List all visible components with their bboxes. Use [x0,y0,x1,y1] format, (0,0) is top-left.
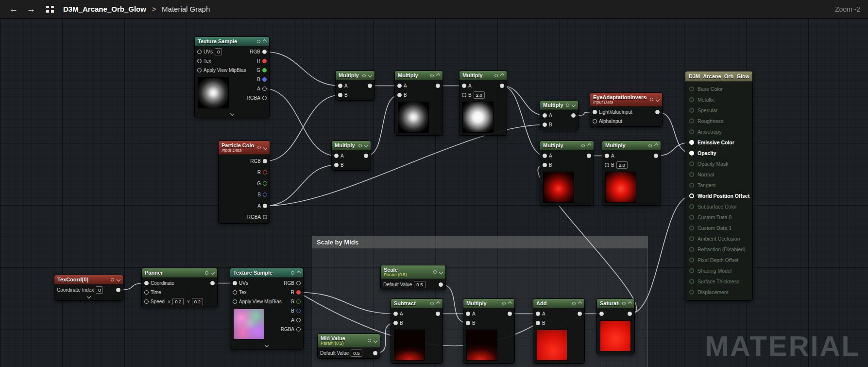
value-box[interactable]: 0.5 [414,281,425,288]
settings-icon[interactable] [205,271,208,275]
value-box[interactable]: 0.2 [192,298,203,305]
output-pin-b[interactable] [296,309,301,313]
material-pin-tangent[interactable]: Tangent [685,180,752,191]
output-pin-out[interactable] [368,84,372,88]
input-pin-alphainput[interactable] [593,119,597,123]
output-pin-out[interactable] [373,351,377,355]
pin-ring[interactable] [689,193,694,198]
output-pin-out[interactable] [116,288,120,292]
pin-ring[interactable] [689,151,694,156]
collapse-chevron-icon[interactable] [374,338,377,342]
input-pin-uvs[interactable] [197,50,202,54]
input-pin-b[interactable] [462,93,466,97]
output-pin-out[interactable] [628,312,632,316]
material-pin-metallic[interactable]: Metallic [685,94,752,105]
settings-icon[interactable] [572,302,576,305]
node-multmid[interactable]: MultiplyAB [331,140,371,171]
material-pin-specular[interactable]: Specular [685,105,752,116]
comment-title[interactable]: Scale by Mids [312,236,647,248]
pin-ring[interactable] [689,215,694,220]
pin-ring[interactable] [689,290,694,295]
pin-ring[interactable] [689,129,694,134]
node-panner[interactable]: PannerCoordinateTimeSpeedX0.2Y0.2 [141,268,218,307]
pin-ring[interactable] [689,183,694,188]
value-box[interactable]: 2.0 [616,161,628,169]
output-pin-b[interactable] [262,77,267,82]
expand-chevron-icon[interactable] [230,112,234,116]
settings-icon[interactable] [494,74,498,77]
collapse-chevron-icon[interactable] [436,73,440,77]
value-box[interactable]: 2.0 [474,91,485,99]
collapse-chevron-icon[interactable] [578,301,582,305]
input-pin-a[interactable] [536,312,540,316]
output-pin-g[interactable] [263,181,267,186]
output-pin-out[interactable] [210,281,215,285]
back-button[interactable]: ← [8,4,19,15]
settings-icon[interactable] [622,302,626,305]
node-add[interactable]: AddAB [533,298,585,364]
output-pin-a[interactable] [263,204,267,208]
output-pin-out[interactable] [439,282,443,287]
output-pin-rgba[interactable] [263,215,267,219]
material-pin-pixeldepthoffset[interactable]: Pixel Depth Offset [685,255,752,265]
settings-icon[interactable] [111,278,114,281]
input-pin-speed[interactable] [144,299,149,304]
pin-ring[interactable] [689,258,694,262]
settings-icon[interactable] [433,270,437,274]
material-pin-surfacethickness[interactable]: Surface Thickness [685,276,752,287]
settings-icon[interactable] [257,146,261,149]
output-pin-b[interactable] [263,192,267,197]
value-box[interactable]: 0.5 [351,350,362,357]
node-mid[interactable]: Mid ValueParam (0.5)Default Value0.5 [317,333,380,359]
value-box[interactable]: 0 [215,48,222,55]
output-pin-r[interactable] [263,170,267,175]
node-eye[interactable]: EyeAdaptationInverseInput DataLightValue… [590,92,663,127]
output-pin-out[interactable] [571,113,576,118]
input-pin-a[interactable] [393,312,398,316]
node-multc[interactable]: MultiplyAB2.0 [459,70,507,136]
pin-ring[interactable] [689,279,694,284]
input-pin-b[interactable] [397,93,402,97]
output-pin-out[interactable] [655,110,660,114]
output-pin-a[interactable] [296,318,301,322]
node-multa[interactable]: MultiplyAB [335,70,375,101]
input-pin-a[interactable] [334,154,339,158]
collapse-chevron-icon[interactable] [368,73,372,77]
input-pin-b[interactable] [334,163,339,167]
node-saturate[interactable]: Saturate [596,298,635,354]
output-pin-rgba[interactable] [296,327,301,332]
collapse-chevron-icon[interactable] [656,97,660,101]
pin-ring[interactable] [689,172,694,177]
collapse-chevron-icon[interactable] [654,143,658,147]
node-ts1[interactable]: Texture SampleUVs0TexApply View MipBiasR… [194,36,270,118]
node-particle[interactable]: Particle ColorInput DataRGBRGBARGBA [218,140,270,224]
value-box[interactable]: 0 [96,286,103,294]
output-pin-out[interactable] [578,312,582,316]
pin-ring[interactable] [689,226,694,230]
node-multf[interactable]: MultiplyAB2.0 [602,140,661,206]
output-pin-out[interactable] [500,84,504,88]
input-pin-mip[interactable] [233,299,237,304]
input-pin-a[interactable] [599,312,604,316]
collapse-chevron-icon[interactable] [500,73,504,77]
settings-icon[interactable] [566,104,569,107]
output-pin-r[interactable] [262,59,267,63]
input-pin-tex[interactable] [233,290,237,295]
material-pin-opacitymask[interactable]: Opacity Mask [685,158,752,169]
pin-ring[interactable] [689,247,694,252]
pin-ring[interactable] [689,268,694,273]
output-pin-rgb[interactable] [263,159,267,163]
input-pin-uvs[interactable] [233,281,237,285]
material-pin-ambientocclusion[interactable]: Ambient Occlusion [685,233,752,244]
material-pin-normal[interactable]: Normal [685,169,752,180]
pin-ring[interactable] [689,140,694,145]
output-pin-out[interactable] [508,312,512,316]
pin-ring[interactable] [689,87,694,91]
breadcrumb-asset-name[interactable]: D3M_Arcane_Orb_Glow [63,5,146,13]
node-multe[interactable]: MultiplyAB [540,140,594,206]
output-pin-out[interactable] [436,312,440,316]
node-multg[interactable]: MultiplyAB [463,298,515,364]
input-pin-time[interactable] [144,290,149,295]
material-graph-canvas[interactable]: Scale by Mids MATERIAL Texture SampleUVs… [0,18,868,367]
node-subtract[interactable]: SubtractAB [391,298,443,364]
